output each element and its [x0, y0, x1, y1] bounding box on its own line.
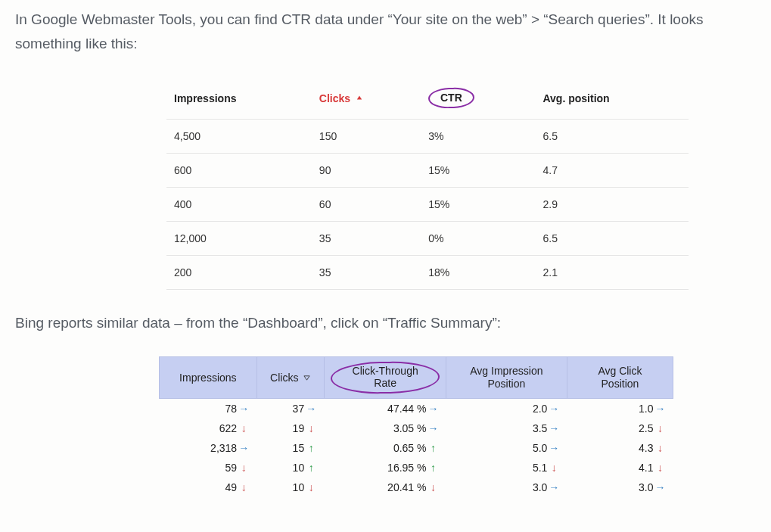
- highlight-circle-icon: CTR: [428, 87, 475, 109]
- cell-value: 37: [293, 403, 305, 415]
- cell-ctr: 15%: [421, 188, 535, 222]
- cell-clicks: 15↑: [256, 438, 324, 458]
- ctr-label-line2: Rate: [340, 377, 431, 389]
- trend-arrow-down-icon: ↓: [238, 462, 249, 474]
- table-row: 12,000350%6.5: [166, 222, 689, 256]
- trend-arrow-up-icon: ↑: [427, 462, 438, 474]
- trend-arrow-down-icon: ↓: [306, 422, 316, 434]
- cell-impressions: 4,500: [166, 120, 312, 154]
- cell-value: 3.5: [533, 422, 547, 434]
- trend-arrow-down-icon: ↓: [238, 481, 249, 493]
- google-search-queries-table: Impressions Clicks CTR Avg. position 4,5…: [166, 77, 689, 290]
- col-header-ctr[interactable]: Click-Through Rate: [324, 357, 446, 399]
- cell-value: 10: [293, 462, 305, 474]
- cell-value: 3.0: [639, 481, 653, 493]
- table-row: 2003518%2.1: [166, 256, 689, 290]
- cell-value: 78: [225, 403, 238, 415]
- col-header-clicks[interactable]: Clicks: [312, 77, 421, 120]
- cell-impressions: 600: [166, 154, 312, 188]
- cell-value: 16.95 %: [387, 462, 426, 474]
- trend-arrow-right-icon: →: [549, 481, 559, 493]
- trend-arrow-right-icon: →: [238, 403, 249, 415]
- table-row: 6009015%4.7: [166, 154, 689, 188]
- bing-traffic-summary-table: Impressions Clicks Click-Through Rate Av…: [159, 356, 673, 497]
- col-header-clicks-label: Clicks: [270, 372, 298, 384]
- cell-value: 49: [225, 481, 238, 493]
- cell-value: 10: [293, 481, 305, 493]
- svg-marker-0: [357, 95, 362, 99]
- col-header-avg-position[interactable]: Avg. position: [535, 77, 689, 120]
- cell-aip: 5.1↓: [446, 458, 567, 478]
- cell-aip: 2.0→: [446, 399, 567, 419]
- table-row: 4006015%2.9: [166, 188, 689, 222]
- table-header-row: Impressions Clicks CTR Avg. position: [166, 77, 689, 120]
- trend-arrow-down-icon: ↓: [655, 462, 666, 474]
- cell-value: 47.44 %: [387, 403, 426, 415]
- cell-ctr: 15%: [421, 154, 535, 188]
- cell-impressions: 49↓: [160, 478, 257, 497]
- trend-arrow-right-icon: →: [655, 481, 666, 493]
- aip-label-line1: Avg Impression: [452, 365, 561, 378]
- col-header-avg-impression-position[interactable]: Avg Impression Position: [446, 357, 567, 399]
- cell-value: 5.0: [533, 442, 547, 454]
- trend-arrow-right-icon: →: [549, 403, 559, 415]
- cell-avg: 2.1: [535, 256, 689, 290]
- cell-avg: 6.5: [535, 120, 689, 154]
- cell-value: 2,318: [210, 442, 237, 454]
- cell-avg: 4.7: [535, 154, 689, 188]
- cell-ctr: 18%: [421, 256, 535, 290]
- cell-ctr: 0.65 %↑: [324, 438, 446, 458]
- cell-impressions: 12,000: [166, 222, 312, 256]
- cell-clicks: 150: [312, 120, 421, 154]
- trend-arrow-up-icon: ↑: [306, 462, 316, 474]
- cell-value: 3.0: [533, 481, 547, 493]
- col-header-avg-click-position[interactable]: Avg Click Position: [567, 357, 673, 399]
- trend-arrow-right-icon: →: [549, 422, 559, 434]
- cell-impressions: 59↓: [160, 458, 257, 478]
- cell-acp: 4.3↓: [567, 438, 673, 458]
- ctr-label-line1: Click-Through: [340, 365, 431, 377]
- cell-value: 59: [225, 462, 238, 474]
- cell-acp: 3.0→: [567, 478, 673, 497]
- cell-value: 4.1: [639, 462, 653, 474]
- trend-arrow-right-icon: →: [238, 442, 249, 454]
- col-header-ctr[interactable]: CTR: [421, 77, 535, 120]
- trend-arrow-down-icon: ↓: [306, 481, 316, 493]
- table-header-row: Impressions Clicks Click-Through Rate Av…: [160, 357, 673, 399]
- cell-acp: 1.0→: [567, 399, 673, 419]
- cell-clicks: 90: [312, 154, 421, 188]
- cell-value: 2.0: [533, 403, 547, 415]
- svg-marker-1: [304, 375, 309, 379]
- cell-clicks: 37→: [256, 399, 324, 419]
- cell-value: 2.5: [639, 422, 653, 434]
- cell-avg: 6.5: [535, 222, 689, 256]
- cell-value: 15: [293, 442, 305, 454]
- cell-acp: 4.1↓: [567, 458, 673, 478]
- table-row: 2,318→15↑0.65 %↑5.0→4.3↓: [160, 438, 673, 458]
- cell-clicks: 35: [312, 256, 421, 290]
- col-header-clicks-label: Clicks: [319, 92, 350, 104]
- table-row: 78→37→47.44 %→2.0→1.0→: [160, 399, 673, 419]
- trend-arrow-right-icon: →: [549, 442, 559, 454]
- acp-label-line1: Avg Click: [574, 365, 667, 378]
- col-header-clicks[interactable]: Clicks: [256, 357, 324, 399]
- cell-value: 1.0: [639, 403, 653, 415]
- cell-clicks: 35: [312, 222, 421, 256]
- trend-arrow-up-icon: ↑: [306, 442, 316, 454]
- trend-arrow-down-icon: ↓: [238, 422, 249, 434]
- col-header-impressions[interactable]: Impressions: [160, 357, 257, 399]
- cell-impressions: 622↓: [160, 418, 257, 438]
- trend-arrow-down-icon: ↓: [549, 462, 559, 474]
- cell-clicks: 60: [312, 188, 421, 222]
- col-header-ctr-label: CTR: [440, 92, 462, 104]
- cell-clicks: 10↑: [256, 458, 324, 478]
- cell-ctr: 16.95 %↑: [324, 458, 446, 478]
- trend-arrow-right-icon: →: [655, 403, 666, 415]
- cell-value: 20.41 %: [387, 481, 426, 493]
- table-row: 4,5001503%6.5: [166, 120, 689, 154]
- sort-caret-up-icon: [356, 91, 362, 103]
- intro-paragraph-1: In Google Webmaster Tools, you can find …: [15, 8, 756, 56]
- aip-label-line2: Position: [452, 378, 561, 390]
- highlight-circle-icon: Click-Through Rate: [330, 361, 440, 395]
- col-header-impressions[interactable]: Impressions: [166, 77, 312, 120]
